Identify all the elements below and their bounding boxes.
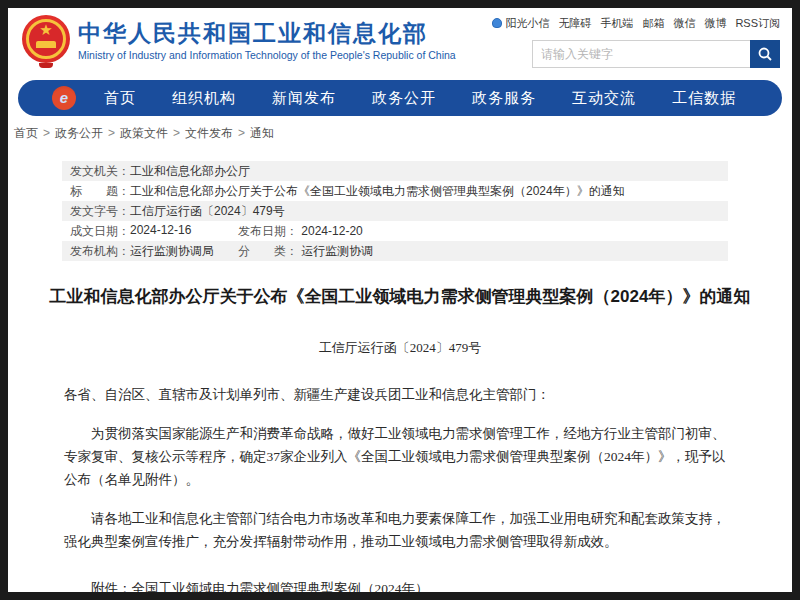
- meta-label: 发布机构：: [70, 243, 130, 260]
- meta-label: 发布日期：: [238, 224, 298, 238]
- breadcrumb-notice[interactable]: 通知: [250, 126, 274, 140]
- document-title: 工业和信息化部办公厅关于公布《全国工业领域电力需求侧管理典型案例（2024年）》…: [48, 285, 752, 309]
- article: 工业和信息化部办公厅关于公布《全国工业领域电力需求侧管理典型案例（2024年）》…: [8, 285, 792, 592]
- search-button[interactable]: [750, 40, 780, 68]
- meta-label: 标 题：: [70, 183, 130, 200]
- sunshine-assistant-icon: [492, 18, 502, 28]
- national-emblem-icon: ★: [22, 15, 70, 67]
- page: ★ 中华人民共和国工业和信息化部 Ministry of Industry an…: [8, 8, 792, 592]
- meta-row-dates: 成文日期： 2024-12-16 发布日期： 2024-12-20: [62, 221, 728, 241]
- breadcrumb: 首页>政务公开>政策文件>文件发布>通知: [14, 125, 786, 142]
- meta-value: 2024-12-20: [301, 224, 362, 238]
- miit-gear-logo-icon: e: [52, 86, 76, 110]
- top-link-weibo[interactable]: 微博: [704, 16, 726, 31]
- meta-value: 运行监测协调局: [130, 243, 214, 260]
- meta-row-issuing-agency: 发文机关： 工业和信息化部办公厅: [62, 161, 728, 181]
- nav-item-gov-service[interactable]: 政务服务: [472, 89, 536, 108]
- breadcrumb-gov-open[interactable]: 政务公开: [55, 126, 103, 140]
- breadcrumb-policy-docs[interactable]: 政策文件: [120, 126, 168, 140]
- meta-value: 运行监测协调: [301, 244, 373, 258]
- search-bar: [532, 40, 780, 68]
- nav-item-interaction[interactable]: 互动交流: [572, 89, 636, 108]
- meta-label: 成文日期：: [70, 223, 130, 240]
- paragraph: 请各地工业和信息化主管部门结合电力市场改革和电力要素保障工作，加强工业用电研究和…: [64, 507, 736, 553]
- nav-item-home[interactable]: 首页: [104, 89, 136, 108]
- paragraph: 为贯彻落实国家能源生产和消费革命战略，做好工业领域电力需求侧管理工作，经地方行业…: [64, 422, 736, 491]
- nav-item-news[interactable]: 新闻发布: [272, 89, 336, 108]
- meta-row-doc-number: 发文字号： 工信厅运行函〔2024〕479号: [62, 201, 728, 221]
- meta-value: 工业和信息化部办公厅: [130, 163, 250, 180]
- top-link[interactable]: 阳光小信: [505, 16, 549, 31]
- nav-item-data[interactable]: 工信数据: [672, 89, 736, 108]
- meta-label: 分 类：: [238, 244, 298, 258]
- breadcrumb-home[interactable]: 首页: [14, 126, 38, 140]
- main-nav: e 首页 组织机构 新闻发布 政务公开 政务服务 互动交流 工信数据: [18, 80, 782, 116]
- salutation: 各省、自治区、直辖市及计划单列市、新疆生产建设兵团工业和信息化主管部门：: [64, 383, 736, 406]
- meta-label: 发文机关：: [70, 163, 130, 180]
- search-icon: [757, 46, 773, 62]
- meta-value: 工业和信息化部办公厅关于公布《全国工业领域电力需求侧管理典型案例（2024年）》…: [130, 183, 625, 200]
- site-header: ★ 中华人民共和国工业和信息化部 Ministry of Industry an…: [8, 8, 792, 76]
- attachment-line: 附件：全国工业领域电力需求侧管理典型案例（2024年）: [64, 577, 736, 592]
- meta-row-title: 标 题： 工业和信息化部办公厅关于公布《全国工业领域电力需求侧管理典型案例（20…: [62, 181, 728, 201]
- nav-items: 首页 组织机构 新闻发布 政务公开 政务服务 互动交流 工信数据: [86, 89, 754, 108]
- breadcrumb-separator: >: [238, 126, 245, 140]
- breadcrumb-separator: >: [173, 126, 180, 140]
- top-link-accessibility[interactable]: 无障碍: [558, 16, 591, 31]
- nav-item-organization[interactable]: 组织机构: [172, 89, 236, 108]
- header-right: 阳光小信 无障碍 手机端 邮箱 微信 微博 RSS订阅: [532, 12, 780, 68]
- breadcrumb-separator: >: [43, 126, 50, 140]
- top-link-assistant[interactable]: 阳光小信: [492, 16, 549, 31]
- nav-item-gov-open[interactable]: 政务公开: [372, 89, 436, 108]
- breadcrumb-separator: >: [108, 126, 115, 140]
- document-meta-table: 发文机关： 工业和信息化部办公厅 标 题： 工业和信息化部办公厅关于公布《全国工…: [62, 161, 728, 261]
- meta-row-publisher-category: 发布机构： 运行监测协调局 分 类： 运行监测协调: [62, 241, 728, 261]
- meta-value: 2024-12-16: [130, 223, 191, 240]
- meta-value: 工信厅运行函〔2024〕479号: [130, 203, 285, 220]
- meta-label: 发文字号：: [70, 203, 130, 220]
- document-number: 工信厅运行函〔2024〕479号: [8, 339, 792, 357]
- top-link-mobile[interactable]: 手机端: [600, 16, 633, 31]
- search-input[interactable]: [532, 40, 750, 68]
- breadcrumb-doc-release[interactable]: 文件发布: [185, 126, 233, 140]
- top-link-rss[interactable]: RSS订阅: [735, 16, 780, 31]
- top-link-wechat[interactable]: 微信: [673, 16, 695, 31]
- document-body: 各省、自治区、直辖市及计划单列市、新疆生产建设兵团工业和信息化主管部门： 为贯彻…: [64, 383, 736, 592]
- page-frame: ★ 中华人民共和国工业和信息化部 Ministry of Industry an…: [0, 0, 800, 600]
- top-links: 阳光小信 无障碍 手机端 邮箱 微信 微博 RSS订阅: [532, 12, 780, 34]
- top-link-mail[interactable]: 邮箱: [642, 16, 664, 31]
